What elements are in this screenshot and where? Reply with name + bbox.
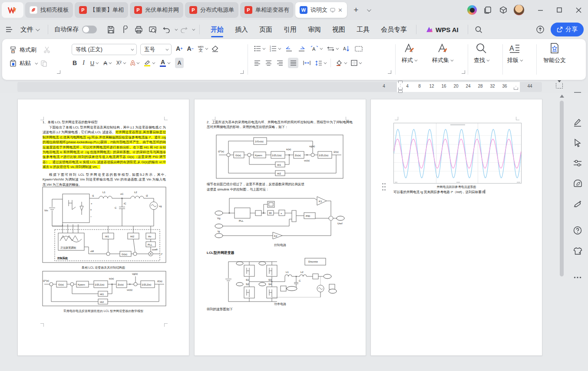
text-effects-icon[interactable]: A (131, 58, 139, 68)
close-tab-icon[interactable]: ✕ (338, 7, 343, 13)
page-3[interactable]: 并网电流跟踪参考电流波形图 可以看的并网电流 ig 完美跟踪参考电路 I*（Ir… (370, 99, 542, 356)
superscript-button[interactable]: X² (116, 58, 125, 68)
minimize-button[interactable] (531, 0, 550, 20)
adjust-sliders-icon[interactable] (571, 157, 584, 170)
borders-icon[interactable] (351, 58, 361, 68)
wps-ai-button[interactable]: WPS AI (420, 22, 464, 37)
tab-pdf-inverter[interactable]: P 单相逆变器有 (240, 2, 294, 18)
theme-ring-icon[interactable] (466, 4, 478, 16)
clear-format-eraser-icon[interactable] (211, 43, 219, 54)
maximize-button[interactable] (550, 0, 569, 20)
clipboard-dialog-launcher[interactable] (57, 70, 60, 74)
strikethrough-button[interactable]: A (103, 58, 111, 68)
more-options-icon[interactable] (571, 271, 584, 284)
page-1[interactable]: 1、单相 LCL 型并网逆变器的数学模型 下面给出了单相 LCL 型并网逆变器及… (17, 99, 189, 356)
decrease-font-icon[interactable]: A− (187, 43, 193, 54)
menu-tab-tools[interactable]: 工具 (351, 22, 375, 37)
scrollbar-thumb[interactable] (560, 101, 564, 276)
tab-pdf-distributed[interactable]: P 分布式电源单 (185, 2, 238, 18)
hamburger-menu-icon[interactable] (3, 24, 15, 35)
tab-pdf-important[interactable]: P 【重要】单相 (75, 2, 128, 18)
smart-doc-button[interactable]: 智能公文 (543, 43, 566, 64)
styles-dialog-launcher[interactable] (462, 70, 465, 74)
share-button[interactable]: 分享 (551, 23, 584, 36)
tab-pdf-pv[interactable]: P 光伏单相并网 (130, 2, 183, 18)
paragraph-dialog-launcher[interactable] (388, 70, 391, 74)
quick-toolbar-dropdown[interactable] (192, 27, 195, 30)
menu-tab-home[interactable]: 开始 (205, 22, 229, 37)
app-center-cube-icon[interactable] (498, 4, 509, 16)
line-spacing-icon[interactable] (315, 58, 326, 68)
undo-button[interactable] (159, 23, 173, 36)
redo-button[interactable] (177, 23, 191, 36)
save-button[interactable] (104, 23, 118, 36)
find-button[interactable]: 查找 (474, 43, 489, 64)
horizontal-ruler[interactable]: 4 4 8 12 16 20 24 28 32 36 44 (17, 82, 542, 92)
print-preview-button[interactable] (145, 23, 159, 36)
scroll-up-arrow[interactable] (560, 95, 564, 98)
user-avatar[interactable] (513, 4, 525, 16)
window-mode-icon[interactable] (330, 8, 335, 13)
print-button[interactable] (132, 23, 145, 36)
font-color-icon[interactable]: A (160, 58, 169, 68)
align-left-icon[interactable] (254, 58, 261, 68)
new-tab-button[interactable]: + (350, 4, 362, 16)
paste-dropdown[interactable] (35, 61, 38, 64)
docer-template-icon[interactable] (571, 177, 584, 190)
paste-button[interactable]: 粘贴 (20, 59, 31, 67)
paragraph-drag-handle[interactable] (382, 183, 386, 192)
menu-tab-review[interactable]: 审阅 (302, 22, 327, 37)
tab-docer-templates[interactable]: 找稻壳模板 (25, 2, 73, 18)
edit-pen-icon[interactable] (571, 116, 584, 129)
justify-icon[interactable] (288, 58, 298, 68)
workspace-windows-icon[interactable] (482, 4, 493, 16)
help-icon[interactable] (571, 224, 584, 237)
cut-icon[interactable] (43, 45, 50, 55)
font-dialog-launcher[interactable] (240, 70, 244, 74)
text-direction-icon[interactable] (327, 43, 338, 54)
align-right-icon[interactable] (277, 58, 283, 68)
numbered-list-icon[interactable]: 123 (270, 43, 280, 54)
font-size-combo[interactable]: 五号 (140, 44, 172, 55)
search-icon[interactable] (472, 23, 486, 36)
menu-tab-member[interactable]: 会员专享 (375, 22, 413, 37)
magic-wand-icon[interactable] (571, 197, 584, 210)
menu-tab-page[interactable]: 页面 (254, 22, 278, 37)
format-painter-button[interactable]: 格式刷 (20, 46, 36, 54)
sort-icon[interactable]: A (343, 43, 350, 54)
char-scaling-icon[interactable]: A (311, 43, 322, 54)
char-shading-icon[interactable]: A (175, 58, 184, 68)
menu-tab-view[interactable]: 视图 (327, 22, 351, 37)
distribute-icon[interactable] (303, 58, 311, 68)
highlight-color-icon[interactable] (144, 58, 154, 68)
wps-logo-tab[interactable] (2, 2, 23, 18)
typeset-button[interactable]: A 排版 (507, 43, 522, 64)
skin-theme-icon[interactable] (571, 244, 584, 257)
tab-list-dropdown[interactable] (362, 4, 373, 16)
table-marks-icon[interactable] (355, 43, 363, 54)
decrease-indent-icon[interactable] (285, 43, 293, 54)
align-center-icon[interactable] (265, 58, 272, 68)
style-set-button[interactable]: 样式集 (432, 43, 453, 64)
select-cursor-icon[interactable] (571, 136, 584, 149)
styles-button[interactable]: 样式 (402, 43, 416, 64)
menu-tab-reference[interactable]: 引用 (278, 22, 302, 37)
font-name-combo[interactable]: 等线 (正文) (72, 44, 137, 55)
bold-button[interactable]: B (73, 58, 77, 68)
underline-button[interactable]: U (90, 58, 98, 68)
italic-button[interactable]: I (83, 58, 85, 68)
file-menu[interactable]: 文件 (15, 22, 44, 37)
close-window-button[interactable] (569, 0, 588, 20)
vertical-scrollbar[interactable] (559, 83, 565, 361)
page-2[interactable]: 2、上面所述为基本的采用电容电流内环、并网电压外环的双闭环控制结构，而模型中为了… (194, 99, 366, 356)
autosave-toggle[interactable] (82, 26, 97, 33)
tab-active-document[interactable]: W 说明文 ✕ (295, 2, 347, 18)
export-pdf-button[interactable] (118, 23, 132, 36)
document-area[interactable]: 1、单相 LCL 型并网逆变器的数学模型 下面给出了单相 LCL 型并网逆变器及… (0, 93, 588, 371)
copy-icon[interactable] (40, 58, 47, 69)
increase-indent-icon[interactable] (298, 43, 305, 54)
bullet-list-icon[interactable] (254, 43, 264, 54)
menu-tab-insert[interactable]: 插入 (229, 22, 254, 37)
upload-cloud-button[interactable] (533, 23, 547, 36)
collapse-rail-icon[interactable] (571, 86, 584, 99)
